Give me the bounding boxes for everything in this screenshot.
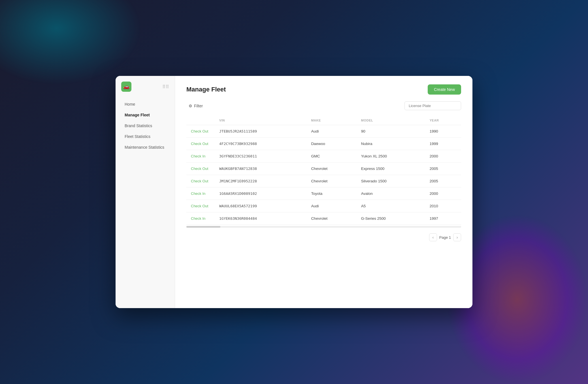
year-cell: 1990	[425, 125, 461, 138]
vin-cell: 3GYFNDE33CS236011	[215, 150, 306, 163]
search-input[interactable]	[404, 101, 461, 110]
year-cell: 2000	[425, 187, 461, 200]
filter-label: Filter	[194, 104, 203, 108]
app-logo: 🚗	[121, 82, 131, 92]
table-header-row: VIN MAKE MODEL YEAR	[186, 116, 461, 125]
table-row: Check Out WAUKGBFB7AN712838 Chevrolet Ex…	[186, 163, 461, 175]
model-cell: Yukon XL 2500	[357, 150, 425, 163]
model-cell: 90	[357, 125, 425, 138]
make-cell: GMC	[306, 150, 356, 163]
sidebar-item-manage-fleet[interactable]: Manage Fleet	[118, 110, 172, 120]
model-cell: Express 1500	[357, 163, 425, 175]
make-cell: Chevrolet	[306, 175, 356, 187]
sidebar-item-brand-statistics[interactable]: Brand Statistics	[118, 121, 172, 131]
vin-cell: 4F2CY0C73BK932988	[215, 138, 306, 150]
col-make: MAKE	[306, 116, 356, 125]
make-cell: Chevrolet	[306, 163, 356, 175]
status-cell[interactable]: Check Out	[186, 125, 215, 138]
main-content: Manage Fleet Create New ⚙ Filter VIN MAK…	[175, 76, 472, 308]
vin-cell: JTEBU5JR2A5111589	[215, 125, 306, 138]
status-badge[interactable]: Check In	[191, 191, 205, 196]
year-cell: 2010	[425, 200, 461, 212]
vin-value: 1G6AA5RX1D0089102	[219, 191, 257, 196]
year-cell: 2005	[425, 175, 461, 187]
status-badge[interactable]: Check In	[191, 154, 205, 158]
sidebar-item-home[interactable]: Home	[118, 99, 172, 109]
status-badge[interactable]: Check Out	[191, 204, 208, 208]
page-title: Manage Fleet	[186, 86, 226, 93]
vin-cell: WAUUL68EX5A572199	[215, 200, 306, 212]
filter-icon: ⚙	[189, 104, 192, 108]
status-cell[interactable]: Check Out	[186, 200, 215, 212]
vin-cell: 1G6AA5RX1D0089102	[215, 187, 306, 200]
year-cell: 1999	[425, 138, 461, 150]
create-new-button[interactable]: Create New	[428, 84, 461, 95]
scrollbar-thumb	[186, 226, 220, 228]
filter-button[interactable]: ⚙ Filter	[186, 103, 205, 109]
sidebar-header: 🚗 ⠿⠿	[116, 82, 175, 99]
vin-cell: 1GYEK63N36R084484	[215, 212, 306, 225]
status-cell[interactable]: Check In	[186, 187, 215, 200]
next-page-button[interactable]: ›	[453, 233, 461, 241]
col-year: YEAR	[425, 116, 461, 125]
model-cell: Silverado 1500	[357, 175, 425, 187]
model-cell: G-Series 2500	[357, 212, 425, 225]
model-cell: Nubira	[357, 138, 425, 150]
sidebar: 🚗 ⠿⠿ Home Manage Fleet Brand Statistics …	[116, 76, 175, 308]
sidebar-item-maintenance-statistics[interactable]: Maintenance Statistics	[118, 142, 172, 152]
pagination: ‹ Page 1 ›	[186, 233, 461, 241]
fleet-table: VIN MAKE MODEL YEAR Check Out JTEBU5JR2A…	[186, 116, 461, 225]
status-badge[interactable]: Check Out	[191, 167, 208, 171]
prev-page-button[interactable]: ‹	[429, 233, 437, 241]
toolbar: ⚙ Filter	[186, 101, 461, 110]
table-row: Check Out 4F2CY0C73BK932988 Daewoo Nubir…	[186, 138, 461, 150]
table-row: Check In 1G6AA5RX1D0089102 Toyota Avalon…	[186, 187, 461, 200]
table-body: Check Out JTEBU5JR2A5111589 Audi 90 1990…	[186, 125, 461, 225]
col-model: MODEL	[357, 116, 425, 125]
sidebar-item-fleet-statistics[interactable]: Fleet Statistics	[118, 131, 172, 142]
table-header: VIN MAKE MODEL YEAR	[186, 116, 461, 125]
vin-value: WAUKGBFB7AN712838	[219, 167, 257, 171]
make-cell: Toyota	[306, 187, 356, 200]
status-cell[interactable]: Check Out	[186, 163, 215, 175]
logo-icon: 🚗	[123, 84, 129, 90]
make-cell: Chevrolet	[306, 212, 356, 225]
col-status	[186, 116, 215, 125]
status-cell[interactable]: Check Out	[186, 138, 215, 150]
status-badge[interactable]: Check Out	[191, 179, 208, 183]
vin-value: 1GYEK63N36R084484	[219, 216, 257, 221]
vin-cell: WAUKGBFB7AN712838	[215, 163, 306, 175]
vin-value: 4F2CY0C73BK932988	[219, 142, 257, 146]
status-cell[interactable]: Check In	[186, 212, 215, 225]
vin-value: JM1NC2MF1E0952228	[219, 179, 257, 183]
vin-value: 3GYFNDE33CS236011	[219, 154, 257, 158]
col-vin: VIN	[215, 116, 306, 125]
table-row: Check In 3GYFNDE33CS236011 GMC Yukon XL …	[186, 150, 461, 163]
model-cell: Avalon	[357, 187, 425, 200]
status-badge[interactable]: Check Out	[191, 129, 208, 133]
make-cell: Audi	[306, 200, 356, 212]
status-cell[interactable]: Check In	[186, 150, 215, 163]
sidebar-nav: Home Manage Fleet Brand Statistics Fleet…	[116, 99, 175, 152]
year-cell: 1997	[425, 212, 461, 225]
status-badge[interactable]: Check Out	[191, 142, 208, 146]
vin-value: JTEBU5JR2A5111589	[219, 129, 257, 133]
year-cell: 2005	[425, 163, 461, 175]
vin-value: WAUUL68EX5A572199	[219, 204, 257, 208]
main-header: Manage Fleet Create New	[186, 84, 461, 95]
year-cell: 2000	[425, 150, 461, 163]
make-cell: Daewoo	[306, 138, 356, 150]
page-label: Page 1	[439, 235, 451, 240]
app-window: 🚗 ⠿⠿ Home Manage Fleet Brand Statistics …	[116, 76, 472, 308]
scrollbar-track	[186, 226, 461, 228]
table-row: Check Out JTEBU5JR2A5111589 Audi 90 1990	[186, 125, 461, 138]
model-cell: A5	[357, 200, 425, 212]
table-row: Check In 1GYEK63N36R084484 Chevrolet G-S…	[186, 212, 461, 225]
make-cell: Audi	[306, 125, 356, 138]
status-cell[interactable]: Check Out	[186, 175, 215, 187]
vin-cell: JM1NC2MF1E0952228	[215, 175, 306, 187]
table-row: Check Out JM1NC2MF1E0952228 Chevrolet Si…	[186, 175, 461, 187]
table-row: Check Out WAUUL68EX5A572199 Audi A5 2010	[186, 200, 461, 212]
grid-icon[interactable]: ⠿⠿	[162, 84, 169, 89]
status-badge[interactable]: Check In	[191, 216, 205, 221]
